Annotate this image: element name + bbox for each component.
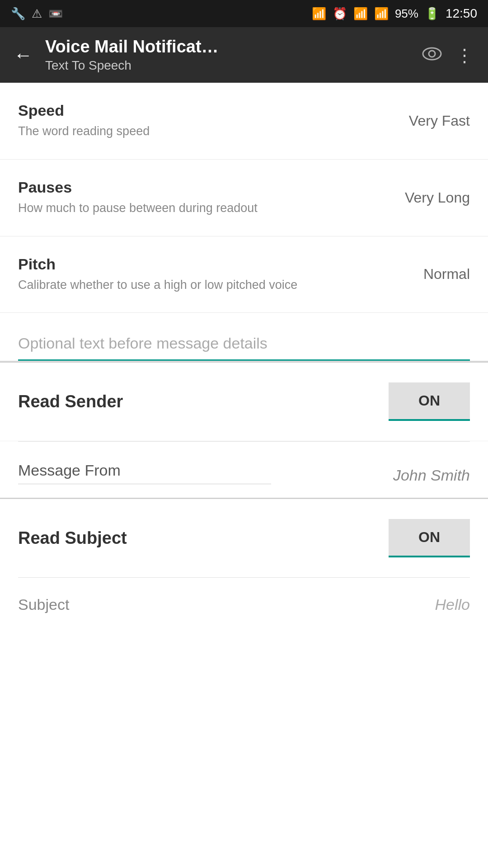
read-sender-toggle[interactable]: ON — [389, 382, 470, 421]
message-from-label: Message From — [18, 462, 271, 484]
read-sender-label: Read Sender — [18, 392, 123, 411]
app-bar: ← Voice Mail Notificat… Text To Speech ⋮ — [0, 27, 488, 83]
app-bar-title: Voice Mail Notificat… — [45, 37, 409, 57]
signal-bars-icon: 📶 — [374, 7, 389, 21]
pitch-label: Pitch — [18, 255, 410, 273]
speed-value: Very Fast — [409, 113, 470, 129]
wrench-icon: 🔧 — [11, 7, 25, 21]
read-subject-row: Read Subject ON — [0, 499, 488, 577]
subject-partial-row: Subject Hello — [0, 578, 488, 623]
battery-icon: 🔋 — [425, 7, 439, 21]
eye-icon[interactable] — [422, 45, 442, 65]
svg-point-0 — [423, 48, 441, 60]
back-button[interactable]: ← — [14, 44, 33, 66]
message-from-value: John Smith — [393, 467, 470, 484]
app-bar-actions: ⋮ — [422, 45, 474, 66]
app-bar-subtitle: Text To Speech — [45, 58, 409, 73]
settings-content: Speed The word reading speed Very Fast P… — [0, 83, 488, 623]
pauses-description: How much to pause between during readout — [18, 200, 391, 217]
message-from-row: Message From John Smith — [0, 442, 488, 499]
read-subject-label: Read Subject — [18, 528, 127, 548]
optional-text-section — [0, 313, 488, 362]
bluetooth-icon: 📶 — [312, 7, 326, 21]
speed-description: The word reading speed — [18, 123, 395, 140]
status-bar-right-icons: 📶 ⏰ 📶 📶 95% 🔋 12:50 — [312, 6, 477, 21]
warning-icon: ⚠ — [32, 7, 42, 21]
speed-setting-left: Speed The word reading speed — [18, 102, 409, 140]
more-options-icon[interactable]: ⋮ — [455, 45, 474, 66]
pauses-setting-row[interactable]: Pauses How much to pause between during … — [0, 160, 488, 236]
battery-level: 95% — [395, 7, 418, 21]
pitch-setting-row[interactable]: Pitch Calibrate whether to use a high or… — [0, 236, 488, 313]
app-bar-title-block: Voice Mail Notificat… Text To Speech — [45, 37, 409, 73]
pauses-value: Very Long — [405, 189, 470, 206]
subject-partial-value: Hello — [435, 596, 470, 613]
speed-label: Speed — [18, 102, 395, 119]
wifi-icon: 📶 — [353, 7, 368, 21]
svg-point-1 — [429, 51, 435, 57]
pauses-label: Pauses — [18, 179, 391, 196]
clock: 12:50 — [446, 6, 477, 21]
status-bar-left-icons: 🔧 ⚠ 📼 — [11, 7, 63, 21]
cassette-icon: 📼 — [48, 7, 63, 21]
subject-partial-label: Subject — [18, 596, 69, 613]
speed-setting-row[interactable]: Speed The word reading speed Very Fast — [0, 83, 488, 160]
read-sender-row: Read Sender ON — [0, 363, 488, 441]
pitch-setting-left: Pitch Calibrate whether to use a high or… — [18, 255, 423, 294]
pitch-description: Calibrate whether to use a high or low p… — [18, 277, 410, 294]
read-subject-toggle[interactable]: ON — [389, 519, 470, 557]
pitch-value: Normal — [423, 266, 470, 283]
pauses-setting-left: Pauses How much to pause between during … — [18, 179, 405, 217]
alarm-icon: ⏰ — [333, 7, 347, 21]
status-bar: 🔧 ⚠ 📼 📶 ⏰ 📶 📶 95% 🔋 12:50 — [0, 0, 488, 27]
optional-text-input[interactable] — [18, 322, 470, 361]
